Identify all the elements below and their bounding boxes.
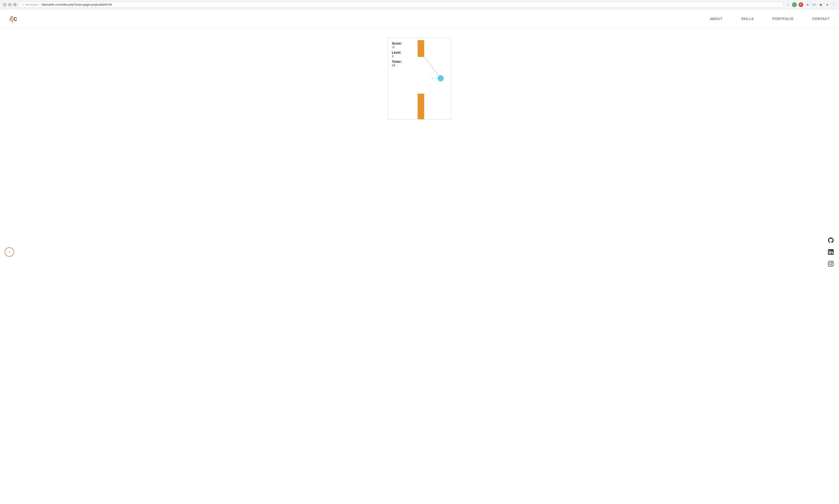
nav-links: ABOUT SKILLS PORTFOLIO CONTACT — [710, 17, 829, 21]
guide-line — [424, 57, 441, 78]
nav-link-skills[interactable]: SKILLS — [741, 17, 754, 21]
browser-chrome: ← → ↻ ⚠ Not Secure | italocarillo.com/in… — [0, 0, 839, 10]
prev-button[interactable]: ‹ — [5, 247, 14, 257]
timer-label: Timer: — [392, 60, 402, 64]
ext-icon-2[interactable]: R — [799, 2, 803, 7]
score-value: -2 — [392, 45, 402, 49]
not-secure-label: Not Secure — [25, 3, 38, 6]
obstacle-top — [418, 40, 424, 57]
website-container: i[C ABOUT SKILLS PORTFOLIO CONTACT Score… — [0, 10, 839, 504]
address-bar[interactable]: ⚠ Not Secure | italocarillo.com/index.ph… — [19, 2, 784, 7]
back-button[interactable]: ← — [3, 3, 6, 6]
lock-icon: ⚠ — [22, 3, 24, 6]
game-container[interactable]: Score: -2 Level: 1 Timer: 14 — [388, 37, 451, 120]
github-link[interactable] — [827, 237, 834, 244]
nav-item-contact[interactable]: CONTACT — [812, 17, 829, 21]
ext-icon-7[interactable]: ⋮ — [832, 2, 836, 7]
linkedin-icon — [828, 249, 834, 255]
star-icon[interactable]: ☆ — [786, 2, 790, 7]
level-label: Level: — [392, 51, 402, 54]
nav-link-portfolio[interactable]: PORTFOLIO — [773, 17, 794, 21]
ext-icon-1[interactable]: G — [792, 2, 797, 7]
logo-text: i[C — [10, 15, 17, 22]
nav-item-skills[interactable]: SKILLS — [741, 17, 754, 21]
navbar: i[C ABOUT SKILLS PORTFOLIO CONTACT — [0, 10, 839, 28]
browser-nav-buttons[interactable]: ← → ↻ — [3, 3, 17, 6]
github-icon — [828, 237, 834, 243]
nav-link-contact[interactable]: CONTACT — [812, 17, 829, 21]
reload-button[interactable]: ↻ — [13, 3, 17, 6]
ball — [438, 75, 444, 82]
instagram-icon — [828, 261, 834, 267]
trail-dot-1 — [432, 78, 433, 79]
instagram-link[interactable] — [827, 260, 834, 267]
trail-dot-3 — [436, 78, 437, 79]
ext-icon-5[interactable]: ▣ — [818, 2, 823, 7]
ext-icon-3[interactable]: ⊕ — [805, 2, 810, 7]
obstacle-bottom — [418, 94, 424, 119]
level-value: 1 — [392, 54, 402, 58]
browser-extension-icons: ☆ G R ⊕ </> ▣ ★ ⋮ — [786, 2, 836, 7]
url-text: italocarillo.com/index.php?route=pages.p… — [42, 3, 112, 6]
logo[interactable]: i[C — [10, 15, 17, 22]
nav-item-portfolio[interactable]: PORTFOLIO — [773, 17, 794, 21]
nav-link-about[interactable]: ABOUT — [710, 17, 722, 21]
trail-dot-4 — [438, 78, 438, 79]
forward-button[interactable]: → — [8, 3, 12, 6]
timer-value: 14 — [392, 64, 402, 67]
ext-icon-4[interactable]: </> — [812, 2, 817, 7]
score-label: Score: — [392, 41, 402, 45]
nav-item-about[interactable]: ABOUT — [710, 17, 722, 21]
linkedin-link[interactable] — [827, 249, 834, 255]
separator: | — [40, 3, 40, 6]
game-info: Score: -2 Level: 1 Timer: 14 — [392, 41, 402, 69]
social-sidebar — [827, 237, 834, 267]
trail-dot-2 — [434, 78, 435, 79]
main-content: Score: -2 Level: 1 Timer: 14 — [0, 28, 839, 129]
ext-icon-6[interactable]: ★ — [825, 2, 829, 7]
